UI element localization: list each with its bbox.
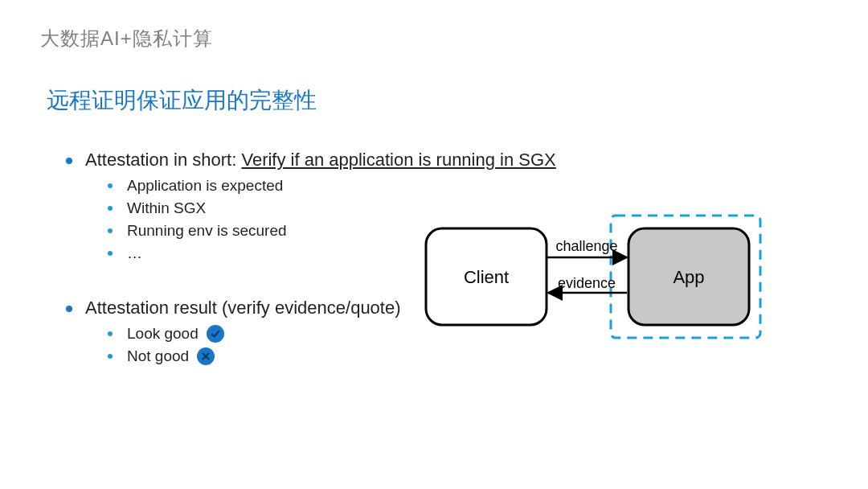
bullet-underlined: Verify if an application is running in S… — [241, 150, 555, 170]
bullet-dot-icon — [108, 206, 113, 211]
bullet-dot-icon — [108, 228, 113, 233]
bullet-dot-icon — [66, 306, 72, 312]
sub-item-not-good: Not good — [108, 347, 828, 365]
sub-text: Application is expected — [127, 177, 283, 195]
bullet-prefix: Attestation in short: — [85, 150, 241, 170]
cross-icon — [197, 347, 215, 365]
bullet-dot-icon — [108, 251, 113, 256]
app-label: App — [673, 267, 704, 287]
bullet-attestation-short: Attestation in short: Verify if an appli… — [66, 150, 828, 171]
bullet-text: Attestation in short: Verify if an appli… — [85, 150, 556, 171]
slide-title: 远程证明保证应用的完整性 — [47, 85, 828, 116]
supertitle: 大数据AI+隐私计算 — [40, 26, 828, 51]
challenge-label: challenge — [555, 238, 617, 254]
sub-text: Look good — [127, 325, 199, 343]
bullet-dot-icon — [108, 183, 113, 188]
sub-text: Not good — [127, 347, 189, 365]
check-icon — [207, 325, 224, 343]
client-app-diagram: Client App challenge evidence — [418, 212, 772, 341]
sub-text: Running env is secured — [127, 222, 287, 240]
slide: 大数据AI+隐私计算 远程证明保证应用的完整性 Attestation in s… — [0, 0, 868, 489]
sub-text: … — [127, 244, 142, 262]
bullet-text: Attestation result (verify evidence/quot… — [85, 298, 401, 318]
client-label: Client — [464, 267, 509, 287]
evidence-label: evidence — [558, 275, 616, 291]
sub-text: Within SGX — [127, 199, 206, 217]
bullet-dot-icon — [66, 158, 72, 164]
bullet-dot-icon — [108, 354, 113, 359]
sub-item-application-expected: Application is expected — [108, 177, 828, 195]
bullet-dot-icon — [108, 331, 113, 336]
